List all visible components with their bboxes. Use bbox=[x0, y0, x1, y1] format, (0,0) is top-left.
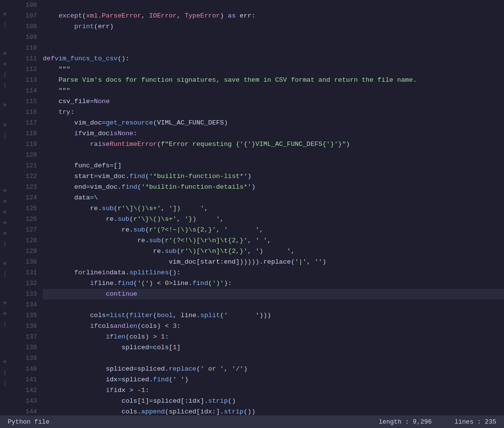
line-number: 121 bbox=[10, 160, 37, 171]
line-number: 119 bbox=[10, 139, 37, 150]
line-number: 132 bbox=[10, 278, 37, 289]
file-stats: length : 9,296 lines : 235 bbox=[379, 418, 496, 426]
fold-indicator bbox=[1, 289, 9, 298]
line-number: 127 bbox=[10, 225, 37, 235]
fold-indicator[interactable]: ⊖ bbox=[1, 100, 9, 110]
line-number: 107 bbox=[10, 11, 37, 21]
fold-indicator bbox=[1, 110, 9, 119]
code-line bbox=[43, 300, 504, 310]
line-number: 120 bbox=[10, 150, 37, 160]
length-label: length : 9,296 bbox=[379, 418, 432, 426]
fold-indicator[interactable]: ⊖ bbox=[1, 217, 9, 228]
fold-indicator[interactable]: ⊖ bbox=[1, 196, 9, 207]
line-number: 142 bbox=[10, 385, 37, 396]
fold-indicator bbox=[1, 168, 9, 177]
fold-indicator: │ bbox=[1, 269, 9, 280]
code-line: end = vim_doc.find('*builtin-function-de… bbox=[43, 182, 504, 193]
line-number: 125 bbox=[10, 203, 37, 214]
fold-indicator bbox=[1, 159, 9, 167]
fold-indicator: │ bbox=[1, 378, 9, 389]
fold-indicator bbox=[1, 141, 9, 150]
code-line: cols[1] = spliced[:idx].strip() bbox=[43, 396, 504, 407]
fold-indicator bbox=[1, 39, 9, 48]
fold-indicator: │ bbox=[1, 239, 9, 250]
status-bar: Python file length : 9,296 lines : 235 bbox=[0, 415, 504, 428]
code-line: spliced = spliced.replace(' or ', '/') bbox=[43, 364, 504, 374]
code-line: print(err) bbox=[43, 21, 504, 32]
fold-indicator bbox=[1, 389, 9, 397]
code-line: cols.append(spliced[idx:].strip()) bbox=[43, 407, 504, 415]
fold-indicator bbox=[1, 339, 9, 347]
fold-indicator[interactable]: ⊖ bbox=[1, 120, 9, 130]
lines-label: lines : 235 bbox=[454, 418, 496, 426]
code-line: idx = spliced.find(' ') bbox=[43, 374, 504, 385]
fold-gutter: ⊖│⊖⊖││⊖⊖│⊖⊖⊖⊖⊖│⊖│⊖⊖│⊖││ bbox=[0, 0, 10, 415]
code-line bbox=[43, 43, 504, 54]
fold-indicator[interactable]: ⊖ bbox=[1, 228, 9, 239]
code-line: for line in data.splitlines(): bbox=[43, 268, 504, 278]
fold-indicator[interactable]: ⊖ bbox=[1, 308, 9, 319]
fold-indicator[interactable]: ⊖ bbox=[1, 357, 9, 367]
code-line: csv_file = None bbox=[43, 96, 504, 107]
code-line: data = \ bbox=[43, 193, 504, 203]
code-line: spliced = cols[1] bbox=[43, 342, 504, 353]
code-line: re.sub(r'\)[\r\n]\t{2,}', ') ', bbox=[43, 246, 504, 257]
line-number: 115 bbox=[10, 96, 37, 107]
fold-indicator bbox=[1, 150, 9, 159]
fold-indicator[interactable]: ⊖ bbox=[1, 59, 9, 70]
code-line bbox=[43, 353, 504, 364]
line-number: 124 bbox=[10, 193, 37, 203]
fold-indicator: │ bbox=[1, 367, 9, 378]
fold-indicator[interactable]: ⊖ bbox=[1, 9, 9, 19]
code-line: if len(cols) > 1: bbox=[43, 332, 504, 342]
code-line: def vim_funcs_to_csv(): bbox=[43, 54, 504, 64]
fold-indicator[interactable]: ⊖ bbox=[1, 298, 9, 308]
fold-indicator bbox=[1, 280, 9, 288]
fold-indicator bbox=[1, 177, 9, 185]
fold-indicator bbox=[1, 0, 9, 9]
line-number: 137 bbox=[10, 332, 37, 342]
code-line bbox=[43, 150, 504, 160]
fold-indicator: │ bbox=[1, 19, 9, 30]
code-content[interactable]: except (xml.ParseError, IOError, TypeErr… bbox=[39, 0, 504, 415]
fold-indicator bbox=[1, 30, 9, 39]
code-line: re.sub(r'(?<!~|\)\s{2,}', ' ', bbox=[43, 225, 504, 235]
code-line: continue bbox=[43, 289, 504, 300]
line-number: 113 bbox=[10, 75, 37, 86]
line-number: 123 bbox=[10, 182, 37, 193]
line-number: 114 bbox=[10, 86, 37, 96]
code-line: vim_doc[start:end]))))).replace('|', '') bbox=[43, 257, 504, 268]
line-number: 135 bbox=[10, 310, 37, 321]
line-number-gutter: 1061071081091101111121131141151161171181… bbox=[10, 0, 39, 415]
code-editor: ⊖│⊖⊖││⊖⊖│⊖⊖⊖⊖⊖│⊖│⊖⊖│⊖││ 1061071081091101… bbox=[0, 0, 504, 428]
fold-indicator: │ bbox=[1, 319, 9, 330]
code-line: func_defs = [] bbox=[43, 160, 504, 171]
fold-indicator[interactable]: ⊖ bbox=[1, 185, 9, 196]
line-number: 136 bbox=[10, 321, 37, 332]
code-line: Parse Vim's docs for function signatures… bbox=[43, 75, 504, 86]
line-number: 130 bbox=[10, 257, 37, 268]
fold-indicator[interactable]: ⊖ bbox=[1, 207, 9, 217]
code-area: ⊖│⊖⊖││⊖⊖│⊖⊖⊖⊖⊖│⊖│⊖⊖│⊖││ 1061071081091101… bbox=[0, 0, 504, 415]
line-number: 131 bbox=[10, 268, 37, 278]
code-line: try: bbox=[43, 107, 504, 118]
code-line: re.sub(r'\]\()\s+', ']) ', bbox=[43, 203, 504, 214]
code-line: if idx > -1: bbox=[43, 385, 504, 396]
fold-indicator: │ bbox=[1, 70, 9, 80]
line-number: 122 bbox=[10, 171, 37, 182]
fold-indicator: │ bbox=[1, 130, 9, 141]
line-number: 129 bbox=[10, 246, 37, 257]
line-number: 133 bbox=[10, 289, 37, 300]
line-number: 128 bbox=[10, 235, 37, 246]
line-number: 138 bbox=[10, 342, 37, 353]
line-number: 126 bbox=[10, 214, 37, 225]
fold-indicator bbox=[1, 397, 9, 406]
code-line: """ bbox=[43, 64, 504, 75]
fold-indicator bbox=[1, 348, 9, 357]
fold-indicator[interactable]: ⊖ bbox=[1, 258, 9, 269]
line-number: 140 bbox=[10, 364, 37, 374]
fold-indicator bbox=[1, 330, 9, 339]
fold-indicator bbox=[1, 250, 9, 258]
line-number: 116 bbox=[10, 107, 37, 118]
fold-indicator[interactable]: ⊖ bbox=[1, 48, 9, 59]
